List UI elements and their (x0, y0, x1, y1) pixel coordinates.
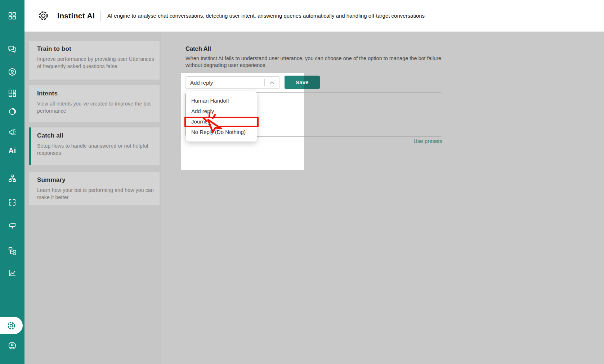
ai-label: Ai (9, 147, 16, 155)
nav-card-title: Train to bot (37, 45, 155, 53)
nav-card-description: Learn how your bot is performing and how… (37, 187, 155, 201)
nav-card-description: Setup flows to handle unanswered or not … (37, 142, 155, 157)
menu-item-human-handoff[interactable]: Human Handoff (186, 95, 257, 106)
dashboard-icon (8, 89, 17, 98)
use-presets-link[interactable]: Use presets (413, 138, 442, 144)
sidebar-item-conversations[interactable] (0, 45, 24, 54)
megaphone-icon (8, 127, 17, 137)
sidebar-item-dashboard[interactable] (0, 89, 24, 98)
sidebar-item-ai[interactable]: Ai (0, 147, 24, 155)
nav-card-title: Summary (37, 176, 155, 184)
sidebar-item-campaigns[interactable] (0, 127, 24, 137)
select-value: Add reply (186, 80, 213, 86)
chat-icon (8, 45, 17, 54)
catch-all-action-select[interactable]: Add reply (185, 76, 279, 89)
line-chart-icon (8, 268, 17, 278)
page-description: When Instinct AI fails to understand use… (185, 55, 441, 69)
nav-card-catch-all[interactable]: Catch all Setup flows to handle unanswer… (29, 127, 160, 165)
primary-sidebar: Ai (0, 0, 24, 364)
sidebar-item-account[interactable] (0, 341, 24, 350)
account-icon (8, 341, 17, 350)
settings-subnav: Train to bot Improve performance by prov… (24, 32, 162, 364)
donut-chart-icon (8, 107, 17, 116)
nav-card-summary[interactable]: Summary Learn how your bot is performing… (29, 172, 160, 205)
user-circle-icon (8, 67, 17, 77)
header-divider (100, 10, 101, 22)
sidebar-item-apps[interactable] (0, 11, 24, 21)
nav-card-description: View all intents you-ve created to impro… (37, 100, 155, 114)
save-button[interactable]: Save (285, 76, 320, 89)
nav-card-description: Improve performance by providing user Ut… (37, 55, 155, 70)
sidebar-item-reports[interactable] (0, 107, 24, 116)
nav-card-train-to-bot[interactable]: Train to bot Improve performance by prov… (29, 41, 160, 80)
settings-gear-icon (6, 320, 17, 331)
sidebar-item-hierarchy[interactable] (0, 174, 24, 183)
click-cursor-icon (196, 110, 226, 137)
page-description-line2: without degrading user experience (185, 62, 441, 69)
apps-grid-icon (8, 11, 17, 21)
instinct-ai-app: Ai (0, 0, 604, 364)
app-title: Instinct AI (57, 12, 95, 20)
paint-brush-icon (8, 221, 17, 231)
nav-card-intents[interactable]: Intents View all intents you-ve created … (29, 85, 160, 122)
page-title: Catch All (185, 45, 211, 52)
sitemap-icon (8, 174, 17, 183)
top-header: Instinct AI AI engine to analyse chat co… (24, 0, 604, 32)
sidebar-item-scan[interactable] (0, 198, 24, 207)
sidebar-item-contacts[interactable] (0, 67, 24, 77)
nav-card-title: Catch all (37, 132, 155, 139)
sidebar-item-appearance[interactable] (0, 221, 24, 231)
flow-nodes-icon (8, 246, 17, 256)
scan-frame-icon (8, 198, 17, 207)
sidebar-item-flows[interactable] (0, 246, 24, 256)
page-description-line1: When Instinct AI fails to understand use… (185, 55, 441, 62)
app-logo-gear-icon (37, 10, 49, 22)
chevron-up-icon[interactable] (265, 81, 279, 84)
sidebar-item-settings-active[interactable] (0, 317, 23, 334)
nav-card-title: Intents (37, 90, 155, 97)
sidebar-item-analytics[interactable] (0, 268, 24, 278)
app-tagline: AI engine to analyse chat conversations,… (107, 13, 425, 19)
